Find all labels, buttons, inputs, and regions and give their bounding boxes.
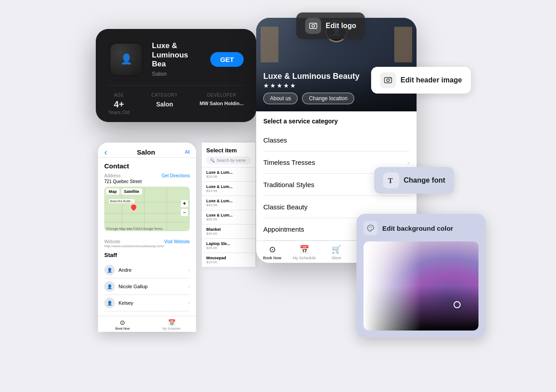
- app-icon: 👤: [108, 41, 144, 77]
- phone-screen-title: Salon: [111, 148, 181, 156]
- color-picker-header: Edit background color: [364, 221, 478, 235]
- item-list: Luxe & Lum... $29.99 Luxe & Lum... $24.9…: [202, 167, 255, 267]
- color-picker-cursor[interactable]: [454, 301, 461, 308]
- item-row-3[interactable]: Luxe & Lum... $45.99: [202, 196, 255, 210]
- change-font-tooltip[interactable]: T Change font: [374, 167, 454, 194]
- color-picker-panel: Edit background color: [356, 214, 486, 338]
- svg-point-13: [369, 227, 370, 228]
- get-button[interactable]: GET: [210, 52, 244, 67]
- search-icon-sm: 🔍: [210, 158, 215, 163]
- edit-header-icon: [380, 72, 396, 88]
- nav-book-now-left[interactable]: ⊙ Book Now: [98, 319, 147, 330]
- change-font-icon: T: [383, 172, 399, 188]
- store-main-icon: 🛒: [331, 245, 341, 254]
- color-gradient-box[interactable]: [364, 241, 478, 331]
- item-row-6[interactable]: Laptop Sle... $35.00: [202, 239, 255, 253]
- item-row-1[interactable]: Luxe & Lum... $29.99: [202, 167, 255, 182]
- cat-chevron-timeless: ›: [407, 159, 409, 166]
- edit-logo-label: Edit logo: [326, 22, 356, 30]
- staff-chevron-nicole: ›: [188, 284, 190, 289]
- svg-point-7: [312, 24, 315, 27]
- change-location-button[interactable]: Change location: [302, 93, 354, 104]
- search-box[interactable]: 🔍 Search by name: [206, 156, 251, 164]
- staff-chevron-andre: ›: [188, 267, 190, 273]
- edit-logo-tooltip[interactable]: Edit logo: [296, 12, 365, 39]
- svg-text:T: T: [388, 177, 393, 184]
- staff-andre[interactable]: 👤 Andre ›: [104, 262, 190, 278]
- service-cat-title: Select a service category: [263, 118, 409, 125]
- map-label-butea: BeauTea Bubb...: [109, 199, 135, 203]
- map-box[interactable]: Map Satellite BeauTea Bubb... + − ©Goo: [104, 187, 190, 231]
- schedule-icon: 📅: [168, 319, 176, 326]
- shelf-right: [394, 27, 412, 62]
- svg-point-15: [372, 227, 372, 228]
- item-row-4[interactable]: Luxe & Lum... $59.99: [202, 210, 255, 225]
- staff-avatar-kelsey: 👤: [104, 298, 115, 308]
- staff-avatar-nicole: 👤: [104, 281, 115, 292]
- book-now-main-icon: ⊙: [269, 245, 276, 254]
- svg-point-8: [315, 24, 316, 24]
- visit-website-link[interactable]: Visit Website: [164, 239, 190, 248]
- contact-address-value: 721 Quebec Street: [104, 179, 190, 184]
- main-nav-book-now[interactable]: ⊙ Book Now: [256, 245, 288, 260]
- map-zoom-out[interactable]: −: [181, 209, 188, 216]
- item-row-5[interactable]: Blanket $40.00: [202, 225, 255, 239]
- staff-section: Staff 👤 Andre › 👤 Nicole Gallup › 👤 Kels…: [98, 252, 196, 316]
- item-row-2[interactable]: Luxe & Lum... $24.99: [202, 182, 255, 196]
- staff-kelsey[interactable]: 👤 Kelsey ›: [104, 295, 190, 311]
- svg-point-11: [390, 78, 391, 79]
- map-zoom-in[interactable]: +: [181, 200, 188, 207]
- svg-point-10: [387, 79, 389, 82]
- book-now-icon: ⊙: [120, 319, 125, 326]
- website-section: Website http://www.luxe&luminousbeauty.c…: [98, 239, 196, 252]
- app-header-row: 👤 Luxe & Luminous Bea Salon GET: [108, 41, 244, 77]
- meta-age: AGE 4+ Years Old: [108, 93, 130, 115]
- phone-top-right: All: [185, 150, 190, 155]
- change-font-label: Change font: [404, 176, 445, 184]
- schedule-main-icon: 📅: [299, 245, 309, 254]
- edit-bg-color-label: Edit background color: [382, 225, 453, 232]
- main-nav-schedule[interactable]: 📅 My Schedule: [288, 245, 320, 260]
- meta-category: CATEGORY Salon: [151, 93, 178, 115]
- staff-nicole[interactable]: 👤 Nicole Gallup ›: [104, 278, 190, 295]
- meta-developer: DEVELOPER MW Salon Holdin...: [200, 93, 244, 115]
- phone-left-bottom-nav: ⊙ Book Now 📅 My Schedule: [98, 316, 196, 332]
- select-item-header: Select item 🔍 Search by name: [202, 143, 255, 167]
- phone-left: ‹ Salon All Contact Address Get Directio…: [98, 143, 196, 332]
- cat-classes[interactable]: Classes: [263, 129, 409, 151]
- app-logo-icon: 👤: [120, 53, 132, 65]
- phone-top-bar: ‹ Salon All: [98, 143, 196, 158]
- contact-section: Contact Address Get Directions 721 Quebe…: [98, 158, 196, 239]
- edit-bg-color-icon: [364, 221, 378, 235]
- back-icon[interactable]: ‹: [104, 147, 107, 157]
- staff-chevron-kelsey: ›: [188, 300, 190, 306]
- edit-header-label: Edit header image: [401, 76, 462, 84]
- scene: 👤 Luxe & Luminous Bea Salon GET AGE 4+ Y…: [0, 0, 556, 392]
- edit-header-tooltip[interactable]: Edit header image: [371, 67, 471, 94]
- get-directions-link[interactable]: Get Directions: [162, 173, 190, 178]
- app-meta: AGE 4+ Years Old CATEGORY Salon DEVELOPE…: [108, 85, 244, 122]
- map-grid: [104, 187, 190, 231]
- about-us-button[interactable]: About us: [263, 93, 298, 104]
- map-credit: ©Google Map data ©2024 Google Terms: [106, 227, 163, 230]
- app-title-block: Luxe & Luminous Bea Salon: [152, 41, 202, 77]
- contact-address-row: Address Get Directions: [104, 173, 190, 178]
- staff-avatar-andre: 👤: [104, 265, 115, 275]
- contact-header: Contact: [104, 162, 190, 170]
- edit-logo-icon: [305, 18, 321, 34]
- app-subtitle: Salon: [152, 70, 202, 77]
- svg-point-14: [370, 226, 371, 227]
- item-row-7[interactable]: Mousepad $15.00: [202, 253, 255, 267]
- salon-action-row: About us Change location: [263, 93, 409, 104]
- nav-schedule-left[interactable]: 📅 My Schedule: [147, 319, 196, 330]
- shelf-left: [261, 27, 278, 62]
- phone-mid: Select item 🔍 Search by name Luxe & Lum.…: [202, 143, 255, 267]
- app-store-card: 👤 Luxe & Luminous Bea Salon GET AGE 4+ Y…: [96, 29, 256, 122]
- app-name: Luxe & Luminous Bea: [152, 41, 202, 69]
- main-nav-store[interactable]: 🛒 Store: [320, 245, 352, 260]
